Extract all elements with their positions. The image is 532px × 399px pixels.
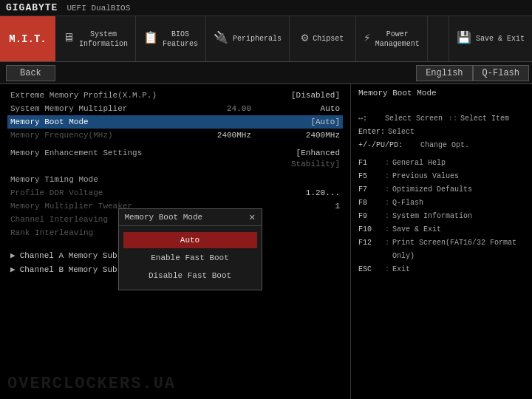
key-f8-sep: : (385, 197, 389, 210)
tab-chipset-label: Chipset (313, 34, 344, 44)
memory-boot-mode-label: Memory Boot Mode (10, 117, 266, 126)
lang-area: English Q-Flash (416, 65, 532, 81)
key-f1-desc: General Help (392, 157, 446, 170)
help-title: Memory Boot Mode (358, 89, 525, 98)
mem-timing-mode-label: Memory Timing Mode (10, 175, 266, 184)
row-mem-timing-mode[interactable]: Memory Timing Mode (7, 173, 343, 186)
key-select-item-desc: Select Item (460, 112, 509, 126)
english-button[interactable]: English (416, 65, 472, 81)
modal-option-auto[interactable]: Auto (123, 232, 257, 248)
toolbar2: Back English Q-Flash (0, 62, 532, 84)
tab-save-exit-label: Save & Exit (476, 34, 525, 44)
row-mem-frequency: Memory Frequency(MHz) 2400MHz 2400MHz (7, 129, 343, 142)
power-management-icon: ⚡ (364, 31, 371, 47)
mem-enhancement-value2: Stability] (7, 160, 343, 168)
key-f12-desc: Print Screen(FAT16/32 Format Only) (392, 236, 525, 263)
key-f9-sep: : (385, 210, 389, 223)
key-change-opt: +/-/PU/PD: (358, 139, 417, 152)
help-key-esc: ESC : Exit (358, 263, 525, 276)
gigabyte-logo: GIGABYTE (6, 2, 58, 13)
key-f8-desc: Q-Flash (392, 197, 423, 210)
key-enter: Enter: (358, 126, 385, 139)
modal-box: Memory Boot Mode ✕ Auto Enable Fast Boot… (118, 208, 262, 290)
tab-peripherals-label: Peripherals (233, 34, 282, 44)
help-key-f7: F7 : Optimized Defaults (358, 183, 525, 197)
key-f1-sep: : (385, 157, 389, 170)
qflash-button[interactable]: Q-Flash (473, 65, 529, 81)
key-ud-sep: ↕: (449, 112, 457, 126)
tab-peripherals[interactable]: 🔌 Peripherals (206, 16, 290, 61)
key-f9: F9 (358, 210, 382, 223)
memory-boot-mode-value: [Auto] (266, 117, 340, 126)
tab-chipset[interactable]: ⚙ Chipset (290, 16, 356, 61)
row-profile-ddr-voltage: Profile DDR Voltage 1.20... (7, 186, 343, 200)
top-bar: GIGABYTE UEFI DualBIOS (0, 0, 532, 16)
tab-system-information-label: SystemInformation (79, 30, 128, 49)
help-keys: ↔: Select Screen ↕: Select Item Enter: S… (358, 112, 525, 276)
key-esc: ESC (358, 263, 382, 276)
modal-title: Memory Boot Mode (125, 213, 203, 222)
mem-enhancement-value: [Enhanced (266, 149, 340, 157)
key-f12: F12 (358, 236, 382, 263)
key-f5-desc: Previous Values (392, 170, 459, 183)
expand-arrow-b: ▶ (10, 265, 16, 274)
help-key-f9: F9 : System Information (358, 210, 525, 223)
expand-arrow-a: ▶ (10, 250, 16, 260)
nav-area: M.I.T. 🖥 SystemInformation 📋 BIOSFeature… (0, 16, 532, 62)
key-f7-sep: : (385, 183, 389, 197)
mem-frequency-val1: 2400MHz (177, 131, 251, 140)
row-mem-enhancement[interactable]: Memory Enhancement Settings [Enhanced (7, 146, 343, 160)
help-key-f5: F5 : Previous Values (358, 170, 525, 183)
mem-multiplier-tweaker-value: 1 (266, 202, 340, 211)
key-arrows: ↔: (358, 112, 382, 126)
key-f7: F7 (358, 183, 382, 197)
main-content: Extreme Memory Profile(X.M.P.) [Disabled… (0, 84, 532, 399)
key-esc-desc: Exit (392, 263, 410, 276)
key-select-screen-desc: Select Screen (385, 112, 443, 126)
mem-frequency-val2: 2400MHz (266, 131, 340, 140)
key-f10: F10 (358, 223, 382, 236)
help-key-change-opt: +/-/PU/PD: Change Opt. (358, 139, 525, 152)
dualbios-label: UEFI DualBIOS (66, 4, 130, 13)
mem-frequency-label: Memory Frequency(MHz) (10, 131, 177, 140)
key-f5-sep: : (385, 170, 389, 183)
help-key-enter: Enter: Select (358, 126, 525, 139)
key-f5: F5 (358, 170, 382, 183)
tab-bios-features-label: BIOSFeatures (163, 30, 198, 49)
sys-mem-multiplier-val1: 24.00 (177, 104, 251, 113)
modal-option-disable-fast-boot[interactable]: Disable Fast Boot (123, 267, 257, 284)
tab-power-management-label: PowerManagement (375, 30, 420, 49)
watermark: OVERCLOCKERS.UA (7, 375, 176, 393)
peripherals-icon: 🔌 (214, 31, 228, 47)
modal-options: Auto Enable Fast Boot Disable Fast Boot (119, 226, 262, 290)
back-button[interactable]: Back (6, 65, 55, 81)
save-exit-icon: 💾 (457, 31, 471, 47)
key-esc-sep: : (385, 263, 389, 276)
modal-option-enable-fast-boot[interactable]: Enable Fast Boot (123, 250, 257, 266)
sys-mem-multiplier-val2: Auto (266, 104, 340, 113)
help-key-select-screen: ↔: Select Screen ↕: Select Item (358, 112, 525, 126)
key-f10-desc: Save & Exit (392, 223, 441, 236)
row-memory-boot-mode[interactable]: Memory Boot Mode [Auto] (7, 115, 343, 129)
help-key-f10: F10 : Save & Exit (358, 223, 525, 236)
tab-bios-features[interactable]: 📋 BIOSFeatures (136, 16, 206, 61)
key-f12-sep: : (385, 236, 389, 263)
left-panel: Extreme Memory Profile(X.M.P.) [Disabled… (0, 84, 351, 399)
sys-mem-multiplier-label: System Memory Multiplier (10, 104, 177, 113)
xmp-label: Extreme Memory Profile(X.M.P.) (10, 91, 266, 100)
tab-save-exit[interactable]: 💾 Save & Exit (449, 16, 532, 61)
tab-system-information[interactable]: 🖥 SystemInformation (55, 16, 136, 61)
mit-label: M.I.T. (9, 33, 46, 45)
modal-close-button[interactable]: ✕ (249, 212, 255, 222)
tab-power-management[interactable]: ⚡ PowerManagement (356, 16, 428, 61)
profile-ddr-voltage-value: 1.20... (266, 188, 340, 197)
key-f1: F1 (358, 157, 382, 170)
key-f8: F8 (358, 197, 382, 210)
mit-tab[interactable]: M.I.T. (0, 16, 55, 61)
right-panel: Memory Boot Mode ↔: Select Screen ↕: Sel… (351, 84, 532, 399)
modal-title-bar: Memory Boot Mode ✕ (119, 209, 262, 226)
help-key-f1: F1 : General Help (358, 157, 525, 170)
mem-enhancement-label: Memory Enhancement Settings (10, 149, 266, 157)
row-sys-mem-multiplier[interactable]: System Memory Multiplier 24.00 Auto (7, 102, 343, 115)
row-xmp[interactable]: Extreme Memory Profile(X.M.P.) [Disabled… (7, 89, 343, 102)
